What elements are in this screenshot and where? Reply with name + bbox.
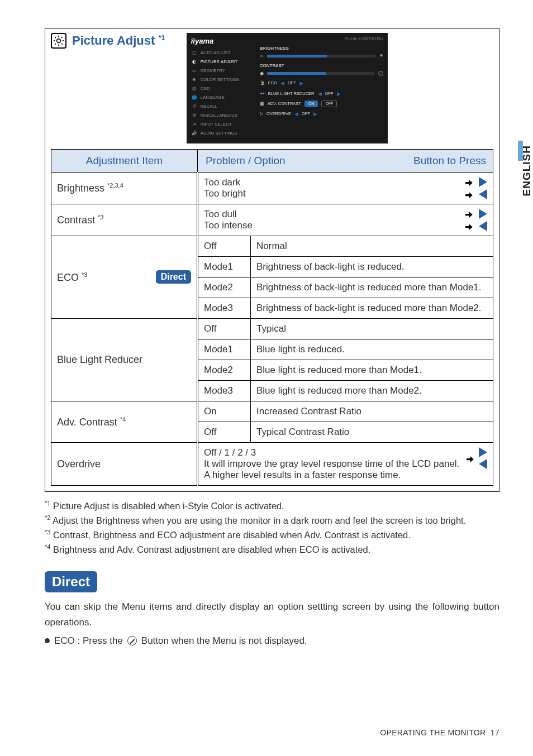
eco-off-desc: Normal: [251, 236, 493, 257]
section-title: Picture Adjust *1: [72, 34, 165, 48]
advc-on-desc: Increased Contrast Ratio: [251, 401, 493, 422]
page-footer: OPERATING THE MONITOR 17: [380, 728, 499, 737]
footer-page: 17: [491, 728, 499, 737]
osd-advc-off: OFF: [321, 101, 337, 107]
osd-value-eco: OFF: [288, 80, 296, 87]
overdrive-desc2: A higher level results in a faster respo…: [204, 470, 487, 481]
eco-mode2-desc: Brightness of back-light is reduced more…: [251, 277, 493, 298]
th-button-to-press: Button to Press: [413, 155, 486, 167]
osd-menu-recall: RECALL: [201, 104, 217, 110]
row-adv-contrast: Adv. Contrast *4: [51, 401, 198, 443]
overdrive-values: Off / 1 / 2 / 3: [204, 447, 487, 458]
blr-mode2: Mode2: [198, 360, 251, 381]
language-tab-accent: [518, 141, 523, 161]
advc-sup: *4: [120, 416, 126, 423]
fn1-text: Picture Adjust is disabled when i-Style …: [50, 501, 284, 511]
blr-off-desc: Typical: [251, 319, 493, 339]
blr-mode1-desc: Blue light is reduced.: [251, 339, 493, 360]
svg-line-5: [55, 37, 56, 38]
left-arrow-icon: [479, 459, 487, 469]
contrast-buttons: [464, 209, 487, 231]
contrast-too-intense: Too intense: [204, 220, 487, 231]
left-arrow-icon: [479, 189, 487, 199]
direct-bullet: ECO : Press the Button when the Menu is …: [45, 635, 499, 647]
eco-mode3-desc: Brightness of back-light is reduced more…: [251, 298, 493, 319]
press-icon: [465, 454, 477, 463]
th-problem-option: Problem / Option Button to Press: [198, 150, 493, 173]
section-title-sup: *1: [158, 34, 165, 42]
osd-menu-auto-adjust: AUTO ADJUST: [201, 50, 231, 56]
fn3-text: Contrast, Brightness and ECO adjustment …: [50, 530, 410, 540]
overdrive-buttons: [465, 447, 487, 469]
osd-menu-audio-settings: AUDIO SETTINGS: [201, 131, 237, 137]
press-icon: [464, 190, 475, 199]
th-adjustment-item: Adjustment Item: [51, 150, 198, 173]
blr-off: Off: [198, 319, 251, 339]
brightness-sup: *2,3,4: [107, 182, 123, 189]
fn2-sup: *2: [45, 514, 50, 521]
advc-label: Adv. Contrast: [57, 417, 120, 428]
press-icon: [464, 178, 475, 186]
footnotes: *1 Picture Adjust is disabled when i-Sty…: [45, 499, 499, 557]
eco-sup: *3: [82, 271, 87, 278]
eco-button-icon: [127, 636, 137, 645]
osd-brand: îìyama: [191, 36, 255, 46]
left-arrow-icon: [479, 221, 487, 231]
blr-mode3: Mode3: [198, 381, 251, 401]
osd-menu-input-select: INPUT SELECT: [201, 122, 232, 128]
contrast-label: Contrast: [57, 214, 98, 226]
right-arrow-icon: [479, 447, 487, 457]
advc-off: Off: [198, 422, 251, 443]
osd-menu-picture-adjust: PICTURE ADJUST: [201, 59, 238, 65]
osd-value-blr: OFF: [325, 91, 334, 97]
direct-bullet-post: Button when the Menu is not displayed.: [141, 635, 307, 647]
eco-label: ECO: [57, 272, 82, 283]
advc-off-desc: Typical Contrast Ratio: [251, 422, 493, 443]
advc-on: On: [198, 401, 251, 422]
svg-line-6: [61, 44, 63, 45]
osd-label-overdrive: OVERDRIVE: [266, 111, 291, 117]
blr-mode1: Mode1: [198, 339, 251, 360]
right-arrow-icon: [479, 209, 487, 219]
fn2-text: Adjust the Brightness when you are using…: [50, 515, 466, 525]
blr-mode3-desc: Blue light is reduced more than Mode2.: [251, 381, 493, 401]
press-icon: [464, 222, 475, 231]
row-contrast: Contrast *3: [51, 204, 198, 236]
right-arrow-icon: [479, 177, 487, 187]
th-problem-text: Problem / Option: [206, 155, 285, 166]
adjustment-table: Adjustment Item Problem / Option Button …: [51, 149, 493, 486]
osd-preview: îìyama ▢AUTO ADJUST ◐PICTURE ADJUST ▭GEO…: [187, 33, 388, 143]
contrast-too-dull: Too dull: [204, 209, 487, 220]
bullet-icon: [45, 638, 50, 643]
osd-menu-miscellaneous: MISCELLANEOUS: [201, 113, 237, 119]
picture-adjust-icon: [51, 33, 66, 49]
section-title-text: Picture Adjust: [72, 34, 158, 47]
osd-label-eco: ECO: [268, 80, 277, 87]
eco-mode3: Mode3: [198, 298, 251, 319]
brightness-label: Brightness: [57, 183, 107, 194]
brightness-too-dark: Too dark: [204, 177, 487, 188]
osd-menu-osd: OSD: [201, 86, 210, 92]
row-brightness: Brightness *2,3,4: [51, 173, 198, 204]
osd-label-contrast: CONTRAST: [260, 63, 383, 69]
footer-label: OPERATING THE MONITOR: [380, 728, 486, 737]
blr-mode2-desc: Blue light is reduced more than Mode1.: [251, 360, 493, 381]
brightness-buttons: [464, 177, 487, 199]
osd-label-brightness: BRIGHTNESS: [260, 45, 383, 51]
fn3-sup: *3: [45, 529, 50, 535]
content-frame: Picture Adjust *1 îìyama ▢AUTO ADJUST ◐P…: [45, 28, 499, 492]
osd-menu-color-settings: COLOR SETTINGS: [201, 77, 239, 83]
osd-label-advc: ADV. CONTRAST: [268, 101, 301, 107]
osd-label-blr: BLUE LIGHT REDUCER: [268, 91, 315, 97]
brightness-too-bright: Too bright: [204, 188, 487, 199]
direct-paragraph: You can skip the Menu items and directly…: [45, 599, 499, 629]
eco-off: Off: [198, 236, 251, 257]
eco-mode1: Mode1: [198, 257, 251, 277]
osd-advc-on: ON: [304, 101, 318, 107]
overdrive-desc1: It will improve the gray level response …: [204, 458, 487, 470]
osd-menu-language: LANGUAGE: [201, 95, 225, 101]
row-blr: Blue Light Reducer: [51, 319, 198, 401]
svg-line-8: [61, 37, 63, 38]
direct-heading: Direct: [45, 571, 97, 592]
osd-menu-geometry: GEOMETRY: [201, 68, 225, 74]
